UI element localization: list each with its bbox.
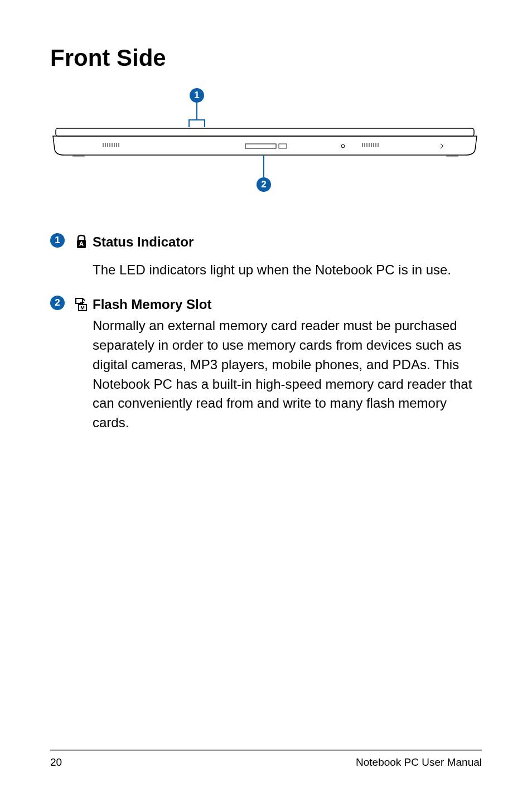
feature-item-2: 2 M Flash Memory Slot Normally an extern… xyxy=(50,296,482,433)
svg-text:M: M xyxy=(80,305,85,311)
item-desc-2: Normally an external memory card reader … xyxy=(93,316,482,433)
lock-icon: A xyxy=(75,234,88,250)
callout-number-2: 2 xyxy=(257,177,271,192)
feature-item-1: 1 A Status Indicator xyxy=(50,233,482,250)
svg-point-19 xyxy=(341,144,345,148)
page-number: 20 xyxy=(50,756,62,769)
footer-label: Notebook PC User Manual xyxy=(356,756,482,769)
svg-rect-18 xyxy=(279,144,287,148)
item-title-2: Flash Memory Slot xyxy=(93,296,482,313)
callout-line xyxy=(263,155,264,177)
memory-card-icon: M xyxy=(74,297,89,312)
page-footer: 20 Notebook PC User Manual xyxy=(50,750,482,769)
page-title: Front Side xyxy=(50,45,482,71)
callout-line xyxy=(204,119,205,127)
callout-line xyxy=(196,103,197,119)
svg-rect-17 xyxy=(245,144,276,148)
item-title-1: Status Indicator xyxy=(93,233,482,250)
svg-rect-0 xyxy=(56,128,474,136)
front-side-diagram: 1 xyxy=(50,88,482,200)
item-number-1: 1 xyxy=(50,233,65,248)
callout-line xyxy=(188,119,190,127)
item-desc-1: The LED indicators light up when the Not… xyxy=(50,260,482,280)
callout-number-1: 1 xyxy=(190,88,204,103)
callout-line xyxy=(188,119,205,120)
svg-rect-20 xyxy=(72,155,85,157)
item-number-2: 2 xyxy=(50,296,65,310)
svg-text:A: A xyxy=(79,240,84,247)
laptop-front-illustration xyxy=(50,127,480,163)
svg-rect-21 xyxy=(446,155,458,157)
